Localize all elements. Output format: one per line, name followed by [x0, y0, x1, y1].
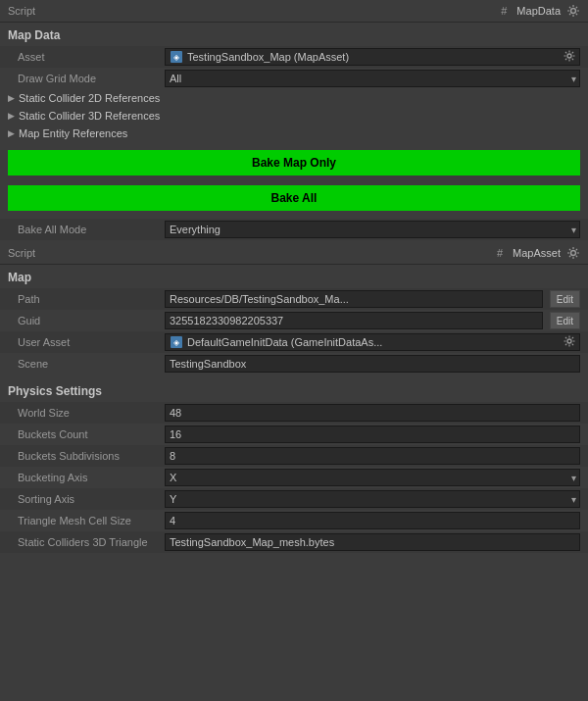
asset-row: Asset ◈ TestingSandbox_Map (MapAsset) [0, 46, 588, 68]
map-entity-label: Map Entity References [19, 127, 127, 139]
user-asset-value: DefaultGameInitData (GameInitDataAs... [187, 336, 562, 348]
bake-all-mode-select-wrapper[interactable]: Everything MapOnly Physics [165, 221, 580, 238]
static-colliders-label: Static Colliders 3D Triangle [8, 536, 165, 548]
user-asset-input-wrapper[interactable]: ◈ DefaultGameInitData (GameInitDataAs... [165, 333, 580, 351]
buckets-subdivisions-row: Buckets Subdivisions [0, 445, 588, 467]
map-group-label: Map [0, 265, 588, 288]
script-header-1: Script # MapData [0, 0, 588, 23]
user-asset-icon: ◈ [170, 335, 183, 349]
bucketing-axis-label: Bucketing Axis [8, 472, 165, 483]
scene-input[interactable] [165, 355, 580, 373]
script-name-2: MapAsset [513, 247, 561, 259]
triangle-mesh-input[interactable] [165, 512, 580, 529]
triangle-mesh-row: Triangle Mesh Cell Size [0, 510, 588, 531]
script-header-2: Script # MapAsset [0, 242, 588, 265]
bake-all-mode-select[interactable]: Everything MapOnly Physics [165, 221, 580, 238]
guid-label: Guid [8, 315, 165, 326]
world-size-input[interactable] [165, 404, 580, 422]
sorting-axis-select[interactable]: X Y Z [165, 490, 580, 508]
bake-all-mode-label: Bake All Mode [8, 224, 165, 235]
static-collider-3d-label: Static Collider 3D References [19, 110, 160, 122]
script-label-2: Script [8, 247, 35, 259]
world-size-row: World Size [0, 402, 588, 424]
buckets-subdivisions-label: Buckets Subdivisions [8, 450, 165, 462]
svg-text:◈: ◈ [173, 338, 180, 347]
map-asset-panel: Map Path Edit Guid Edit User Asset ◈ Def… [0, 265, 588, 553]
map-entity-row[interactable]: ▶ Map Entity References [0, 125, 588, 142]
guid-input[interactable] [165, 312, 543, 329]
asset-settings-icon[interactable] [564, 50, 575, 64]
user-asset-settings-icon[interactable] [564, 335, 575, 349]
scene-label: Scene [8, 358, 165, 370]
settings-icon-1[interactable] [566, 4, 580, 18]
buckets-count-label: Buckets Count [8, 428, 165, 440]
draw-grid-select[interactable]: All None Custom [165, 70, 580, 87]
static-collider-2d-row[interactable]: ▶ Static Collider 2D References [0, 89, 588, 107]
physics-settings-label: Physics Settings [0, 378, 588, 402]
path-row: Path Edit [0, 288, 588, 310]
path-input[interactable] [165, 290, 543, 308]
user-asset-row: User Asset ◈ DefaultGameInitData (GameIn… [0, 331, 588, 353]
buckets-count-input[interactable] [165, 426, 580, 443]
triangle-mesh-label: Triangle Mesh Cell Size [8, 515, 165, 526]
static-collider-3d-row[interactable]: ▶ Static Collider 3D References [0, 107, 588, 125]
bake-all-mode-row: Bake All Mode Everything MapOnly Physics [0, 219, 588, 240]
settings-icon-2[interactable] [566, 246, 580, 260]
svg-point-3 [567, 54, 571, 58]
bucketing-axis-row: Bucketing Axis X Y Z [0, 467, 588, 488]
map-data-label: Map Data [0, 23, 588, 46]
arrow-icon-3d: ▶ [8, 111, 15, 121]
script-label-1: Script [8, 5, 35, 17]
static-colliders-row: Static Colliders 3D Triangle [0, 531, 588, 553]
bake-map-only-button[interactable]: Bake Map Only [8, 150, 580, 175]
hash-icon-2: # [497, 247, 503, 259]
bake-all-button[interactable]: Bake All [8, 185, 580, 211]
arrow-icon-2d: ▶ [8, 93, 15, 103]
sorting-axis-row: Sorting Axis X Y Z [0, 488, 588, 510]
bucketing-axis-select-wrapper[interactable]: X Y Z [165, 469, 580, 486]
draw-grid-select-wrapper[interactable]: All None Custom [165, 70, 580, 87]
static-collider-2d-label: Static Collider 2D References [19, 92, 160, 104]
map-data-panel: Map Data Asset ◈ TestingSandbox_Map (Map… [0, 23, 588, 240]
world-size-label: World Size [8, 407, 165, 419]
arrow-icon-entity: ▶ [8, 128, 15, 138]
user-asset-label: User Asset [8, 336, 165, 348]
hash-icon-1: # [501, 5, 507, 17]
guid-edit-button[interactable]: Edit [550, 312, 580, 329]
buckets-subdivisions-input[interactable] [165, 447, 580, 465]
draw-grid-row: Draw Grid Mode All None Custom [0, 68, 588, 89]
path-label: Path [8, 293, 165, 305]
asset-label: Asset [8, 51, 165, 63]
script-name-1: MapData [516, 5, 561, 17]
svg-point-4 [571, 251, 576, 256]
asset-icon: ◈ [170, 50, 183, 64]
draw-grid-label: Draw Grid Mode [8, 73, 165, 84]
path-edit-button[interactable]: Edit [550, 290, 580, 308]
svg-point-0 [571, 9, 576, 14]
sorting-axis-label: Sorting Axis [8, 493, 165, 505]
svg-text:◈: ◈ [173, 53, 180, 62]
buckets-count-row: Buckets Count [0, 424, 588, 445]
asset-value: TestingSandbox_Map (MapAsset) [187, 51, 564, 63]
static-colliders-input[interactable] [165, 533, 580, 551]
asset-input-wrapper[interactable]: ◈ TestingSandbox_Map (MapAsset) [165, 48, 580, 66]
guid-row: Guid Edit [0, 310, 588, 331]
sorting-axis-select-wrapper[interactable]: X Y Z [165, 490, 580, 508]
svg-point-7 [567, 339, 571, 343]
bucketing-axis-select[interactable]: X Y Z [165, 469, 580, 486]
scene-row: Scene [0, 353, 588, 375]
